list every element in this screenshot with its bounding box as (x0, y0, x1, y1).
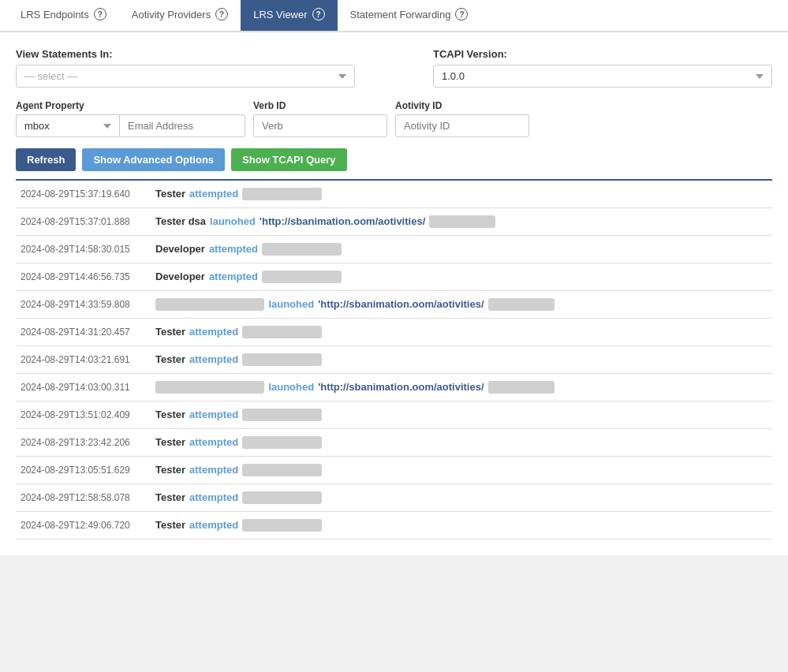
top-nav: LRS Endpoints ? Aotivity Providers ? LRS… (0, 0, 788, 32)
statement-row[interactable]: 2024-08-29T14:58:30.015Developer attempt… (16, 236, 772, 263)
tab-lrs-viewer[interactable]: LRS Viewer ? (241, 0, 337, 31)
agent-property-wrap: mbox mbox_sha1sum openid account (16, 114, 245, 137)
statement-object-suffix: ████████ (488, 298, 555, 311)
tab-lrs-endpoints[interactable]: LRS Endpoints ? (8, 0, 119, 31)
tcapi-version-label: TCAPI Version: (433, 48, 772, 60)
statement-verb: attempted (189, 188, 238, 200)
form-section-top: View Statements In: — select — TCAPI Ver… (16, 48, 772, 88)
help-icon-activity-providers[interactable]: ? (215, 8, 228, 21)
statement-actor: Tester (155, 436, 185, 448)
statements-list: 2024-08-29T15:37:19.640Tester attempted … (16, 179, 772, 539)
tab-statement-forwarding[interactable]: Statement Forwarding ? (338, 0, 481, 31)
statement-row[interactable]: 2024-08-29T14:03:00.311████ ██████████ l… (16, 374, 772, 401)
buttons-row: Refresh Show Advanced Options Show TCAPI… (16, 148, 772, 171)
statement-body: Tester attempted ██████████ (155, 464, 322, 476)
statement-verb: launohed (268, 298, 314, 310)
statement-object: ██████████ (242, 436, 322, 449)
statement-url: 'http://sbanimation.oom/aotivities/ (318, 298, 484, 310)
statement-body: Tester dsa launohed 'http://sbanimation.… (155, 215, 495, 228)
statement-timestamp: 2024-08-29T14:03:21.691 (21, 354, 143, 365)
tcapi-query-button[interactable]: Show TCAPI Query (231, 148, 346, 171)
statement-body: Tester attempted ██████████ (155, 409, 322, 421)
refresh-button[interactable]: Refresh (16, 148, 76, 171)
statement-row[interactable]: 2024-08-29T14:31:20.457Tester attempted … (16, 319, 772, 346)
statement-row[interactable]: 2024-08-29T13:23:42.206Tester attempted … (16, 429, 772, 457)
statement-body: ████ ██████████ launohed 'http://sbanima… (155, 298, 555, 311)
agent-property-label: Agent Property (16, 100, 245, 111)
activity-id-group: Aotivity ID (395, 100, 529, 137)
statement-row[interactable]: 2024-08-29T14:46:56.735Developer attempt… (16, 263, 772, 291)
tcapi-version-group: TCAPI Version: 1.0.0 0.95 0.9 (433, 48, 772, 88)
statement-timestamp: 2024-08-29T15:37:19.640 (21, 189, 143, 200)
statement-verb: attempted (189, 519, 238, 531)
statement-body: Tester attempted ██████████ (155, 436, 322, 449)
statement-actor: Tester (155, 188, 185, 200)
tab-activity-providers[interactable]: Aotivity Providers ? (119, 0, 241, 31)
tcapi-version-select[interactable]: 1.0.0 0.95 0.9 (433, 65, 772, 88)
statement-timestamp: 2024-08-29T15:37:01.888 (21, 216, 143, 227)
statement-object: ██████████ (242, 464, 322, 476)
filter-row: Agent Property mbox mbox_sha1sum openid … (16, 100, 772, 137)
statement-object: ██████████ (262, 271, 342, 283)
statement-actor: ████ ██████████ (155, 298, 264, 311)
main-content: View Statements In: — select — TCAPI Ver… (0, 32, 788, 555)
statement-object: ██████████ (242, 353, 322, 366)
view-statements-group: View Statements In: — select — (16, 48, 409, 88)
statement-actor: Tester dsa (155, 215, 206, 227)
statement-object: ██████████ (242, 491, 322, 504)
statement-row[interactable]: 2024-08-29T14:33:59.808████ ██████████ l… (16, 291, 772, 319)
advanced-options-button[interactable]: Show Advanced Options (82, 148, 225, 171)
statement-body: Developer attempted ██████████ (155, 271, 342, 283)
help-icon-statement-forwarding[interactable]: ? (455, 8, 468, 21)
statement-object: ██████████ (242, 409, 322, 421)
agent-property-select[interactable]: mbox mbox_sha1sum openid account (16, 114, 119, 137)
statement-body: ████ ██████████ launohed 'http://sbanima… (155, 381, 555, 394)
statement-timestamp: 2024-08-29T14:33:59.808 (21, 299, 143, 310)
statement-actor: Tester (155, 326, 185, 338)
statement-verb: attempted (209, 271, 258, 282)
statement-verb: attempted (189, 491, 238, 503)
statement-timestamp: 2024-08-29T14:03:00.311 (21, 382, 143, 393)
statement-row[interactable]: 2024-08-29T12:49:06.720Tester attempted … (16, 512, 772, 539)
statement-timestamp: 2024-08-29T12:58:58.078 (21, 492, 143, 503)
statement-row[interactable]: 2024-08-29T14:03:21.691Tester attempted … (16, 346, 772, 374)
statement-body: Tester attempted ██████████ (155, 353, 322, 366)
statement-actor: Tester (155, 491, 185, 503)
agent-property-group: Agent Property mbox mbox_sha1sum openid … (16, 100, 245, 137)
statement-verb: attempted (189, 436, 238, 448)
statement-timestamp: 2024-08-29T13:23:42.206 (21, 437, 143, 448)
statement-object-suffix: ████████ (488, 381, 555, 394)
statement-url: 'http://sbanimation.oom/aotivities/ (318, 381, 484, 393)
statement-url: 'http://sbanimation.oom/aotivities/ (260, 215, 425, 227)
statement-body: Tester attempted ██████████ (155, 491, 322, 504)
view-statements-select[interactable]: — select — (16, 65, 355, 88)
help-icon-lrs-endpoints[interactable]: ? (94, 8, 106, 21)
statement-timestamp: 2024-08-29T12:49:06.720 (21, 520, 143, 531)
activity-id-input[interactable] (395, 114, 529, 137)
help-icon-lrs-viewer[interactable]: ? (312, 8, 325, 21)
statement-actor: Developer (155, 271, 205, 282)
statement-actor: ████ ██████████ (155, 381, 264, 394)
activity-id-label: Aotivity ID (395, 100, 529, 111)
statement-row[interactable]: 2024-08-29T15:37:19.640Tester attempted … (16, 181, 772, 208)
statement-verb: launohed (210, 215, 256, 227)
statement-actor: Tester (155, 519, 185, 531)
statement-body: Tester attempted ██████████ (155, 519, 322, 532)
statement-row[interactable]: 2024-08-29T12:58:58.078Tester attempted … (16, 484, 772, 512)
statement-actor: Tester (155, 464, 185, 476)
statement-timestamp: 2024-08-29T14:31:20.457 (21, 327, 143, 338)
statement-body: Developer attempted ██████████ (155, 243, 342, 256)
statement-row[interactable]: 2024-08-29T13:05:51.629Tester attempted … (16, 457, 772, 484)
statement-verb: attempted (189, 326, 238, 338)
statement-verb: launohed (268, 381, 314, 393)
statement-verb: attempted (189, 353, 238, 365)
statement-timestamp: 2024-08-29T13:51:02.409 (21, 409, 143, 420)
statement-verb: attempted (209, 243, 258, 255)
statement-row[interactable]: 2024-08-29T13:51:02.409Tester attempted … (16, 401, 772, 429)
statement-object: ██████████ (242, 326, 322, 338)
statement-object: ██████████ (262, 243, 342, 256)
statement-row[interactable]: 2024-08-29T15:37:01.888Tester dsa launoh… (16, 208, 772, 236)
agent-value-input[interactable] (119, 114, 245, 137)
verb-id-input[interactable] (253, 114, 387, 137)
statement-verb: attempted (189, 464, 238, 476)
